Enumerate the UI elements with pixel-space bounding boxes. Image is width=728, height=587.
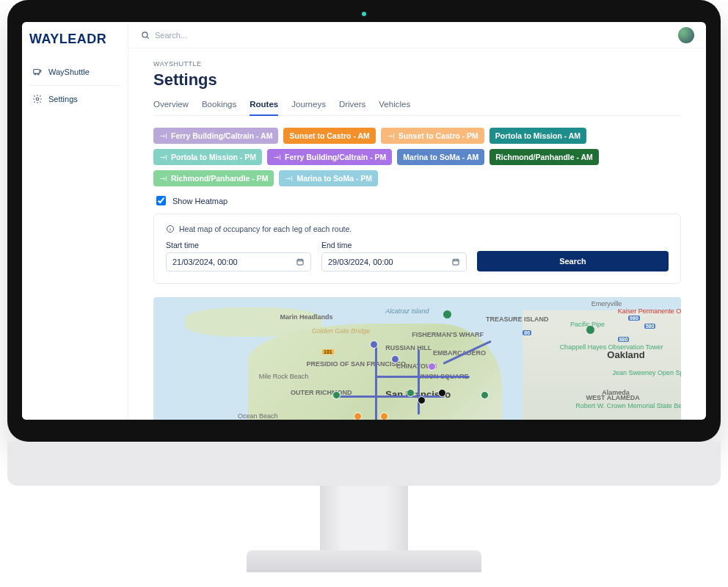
- svg-rect-0: [34, 70, 40, 74]
- map-label: Golden Gate Bridge: [312, 327, 371, 335]
- route-chip[interactable]: Ferry Building/Caltrain - AM: [153, 128, 278, 144]
- route-chip[interactable]: Richmond/Panhandle - PM: [153, 170, 274, 186]
- tab-bookings[interactable]: Bookings: [202, 100, 236, 115]
- sidebar-item-wayshuttle[interactable]: WayShuttle: [29, 62, 120, 82]
- sidebar: WAYLEADR WayShuttle Settings: [22, 22, 128, 420]
- topbar: Search...: [128, 22, 706, 48]
- sidebar-item-label: Settings: [48, 95, 78, 103]
- route-chips: Ferry Building/Caltrain - AM Sunset to C…: [153, 128, 681, 186]
- route-chip[interactable]: Ferry Building/Caltrain - PM: [267, 149, 392, 165]
- bus-icon: [32, 67, 43, 77]
- breadcrumb: WAYSHUTTLE: [153, 60, 681, 68]
- map-stop: [428, 362, 436, 371]
- start-time-label: Start time: [166, 241, 311, 249]
- monitor-stand-neck: [320, 486, 408, 556]
- map-stop: [438, 389, 446, 397]
- app-screen: WAYLEADR WayShuttle Settings: [22, 22, 706, 420]
- routes-map[interactable]: Alcatraz Island TREASURE ISLAND Marin He…: [153, 297, 681, 420]
- route-chip[interactable]: Marina to SoMa - AM: [397, 149, 484, 165]
- map-label: Marin Headlands: [280, 313, 333, 321]
- hwy-shield: 101: [322, 349, 334, 354]
- sidebar-item-settings[interactable]: Settings: [29, 89, 120, 109]
- map-pin-icon: [586, 326, 594, 334]
- route-chip[interactable]: Sunset to Castro - AM: [283, 128, 375, 144]
- svg-point-4: [142, 32, 148, 37]
- camera-indicator: [362, 12, 366, 16]
- start-time-input[interactable]: 21/03/2024, 00:00: [166, 252, 311, 271]
- map-stop: [391, 355, 399, 363]
- svg-point-3: [36, 98, 39, 101]
- map-label: Robert W. Crown Memorial State Beach: [575, 402, 681, 409]
- route-chip[interactable]: Portola to Mission - AM: [489, 128, 586, 144]
- end-time-input[interactable]: 29/03/2024, 00:00: [321, 252, 467, 271]
- search-icon: [140, 30, 150, 40]
- brand-text: WAYLEADR: [29, 32, 106, 46]
- global-search[interactable]: Search...: [140, 30, 671, 40]
- monitor-chin: [7, 442, 721, 486]
- map-label: WEST ALAMEDA: [586, 394, 640, 401]
- user-avatar[interactable]: [678, 27, 694, 43]
- map-label: FISHERMAN'S WHARF: [412, 331, 484, 338]
- search-placeholder: Search...: [155, 31, 187, 40]
- map-label: Alcatraz Island: [385, 307, 429, 315]
- sidebar-divider: [29, 85, 120, 86]
- map-stop: [354, 412, 362, 420]
- map-stop: [418, 396, 426, 404]
- hwy-shield: 880: [618, 337, 630, 342]
- settings-tabs: Overview Bookings Routes Journeys Driver…: [153, 100, 681, 116]
- tab-routes[interactable]: Routes: [250, 100, 278, 116]
- tab-overview[interactable]: Overview: [153, 100, 189, 115]
- show-heatmap-label: Show Heatmap: [172, 197, 228, 205]
- page-title: Settings: [153, 70, 681, 90]
- tab-journeys[interactable]: Journeys: [291, 100, 326, 115]
- map-label: Emeryville: [592, 300, 622, 307]
- route-chip[interactable]: Richmond/Panhandle - AM: [489, 149, 599, 165]
- tab-drivers[interactable]: Drivers: [339, 100, 365, 115]
- heatmap-hint: Heat map of occupancy for each leg of ea…: [179, 225, 352, 233]
- map-stop: [407, 389, 415, 397]
- brand-logo: WAYLEADR: [29, 32, 120, 45]
- sidebar-item-label: WayShuttle: [48, 68, 90, 76]
- map-label: Jean Sweeney Open Space Park: [613, 369, 681, 376]
- map-label: Chappell Hayes Observation Tower: [560, 343, 663, 351]
- hwy-shield: 580: [644, 324, 656, 329]
- map-label: Oakland: [607, 349, 644, 360]
- info-icon: [166, 225, 175, 233]
- map-stop: [380, 412, 388, 420]
- svg-rect-6: [297, 260, 303, 266]
- hwy-shield: 80: [523, 330, 531, 335]
- map-label: Kaiser Permanente Oakl...: [618, 307, 681, 315]
- tab-vehicles[interactable]: Vehicles: [379, 100, 410, 115]
- route-chip[interactable]: Sunset to Castro - PM: [381, 128, 484, 144]
- heatmap-card: Heat map of occupancy for each leg of ea…: [153, 214, 681, 284]
- map-label: Mile Rock Beach: [259, 373, 309, 380]
- map-label: Ocean Beach: [238, 412, 278, 420]
- calendar-icon: [451, 258, 460, 266]
- search-button[interactable]: Search: [477, 251, 669, 271]
- show-heatmap-checkbox[interactable]: [156, 196, 166, 205]
- end-time-label: End time: [321, 241, 467, 249]
- route-chip[interactable]: Marina to SoMa - PM: [279, 170, 378, 186]
- route-chip[interactable]: Portola to Mission - PM: [153, 149, 262, 165]
- map-label: RUSSIAN HILL: [385, 344, 432, 351]
- svg-rect-7: [453, 260, 459, 266]
- monitor-stand-base: [247, 550, 481, 572]
- hwy-shield: 980: [628, 316, 640, 321]
- gear-icon: [32, 94, 43, 104]
- map-stop: [370, 340, 378, 349]
- map-label: TREASURE ISLAND: [486, 316, 549, 323]
- calendar-icon: [296, 258, 305, 266]
